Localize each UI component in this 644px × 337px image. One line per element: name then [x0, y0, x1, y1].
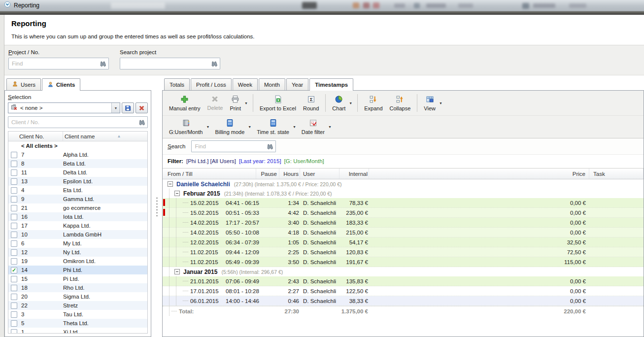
client-row[interactable]: 4Eta Ltd.: [8, 186, 147, 195]
checkbox-unchecked[interactable]: [11, 187, 17, 194]
collapse-expander-icon[interactable]: [174, 191, 180, 196]
date-filter-button[interactable]: 12Date filter: [298, 118, 328, 136]
client-row[interactable]: 17Kappa Ltd.: [8, 221, 147, 230]
client-row[interactable]: 21go ecommerce: [8, 203, 147, 212]
timestamps-search-input[interactable]: [192, 143, 265, 149]
client-no-column-header[interactable]: Client No.: [8, 132, 63, 141]
hours-column-header[interactable]: Hours: [279, 168, 300, 179]
price-column-header[interactable]: Price: [369, 168, 589, 179]
timestamp-row[interactable]: 14.02.201505:50 - 10:084:18D. Schaelchli…: [163, 228, 644, 237]
timestamp-row[interactable]: 17.01.201508:01 - 10:282:27D. Schaelchli…: [163, 286, 644, 296]
checkbox-unchecked[interactable]: [11, 311, 17, 318]
from-till-column-header[interactable]: From / Till: [163, 168, 256, 179]
user-group-row[interactable]: Danielle Schaelchli(27:30h) (Internal: 1…: [163, 179, 644, 189]
binoculars-icon[interactable]: [137, 119, 146, 126]
tab-profit-loss[interactable]: Profit / Loss: [191, 78, 232, 90]
timestamp-row[interactable]: 15.02.201500:51 - 05:334:42D. Schaelchli…: [163, 208, 644, 218]
client-row[interactable]: 12Ny Ltd.: [8, 248, 147, 257]
timestamp-row[interactable]: 11.02.201509:44 - 12:092:25D. Schaelchli…: [163, 247, 644, 257]
time-st-state-button[interactable]: Time st. state: [253, 118, 293, 136]
search-project-input[interactable]: [120, 61, 209, 67]
client-name-column-header[interactable]: Client name ▲: [63, 134, 147, 139]
checkbox-unchecked[interactable]: [11, 240, 17, 247]
checkbox-unchecked[interactable]: [11, 232, 17, 238]
checkbox-unchecked[interactable]: [11, 258, 17, 265]
checkbox-unchecked[interactable]: [11, 303, 17, 309]
collapse-expander-icon[interactable]: [168, 181, 173, 187]
task-column-header[interactable]: Task: [589, 168, 644, 179]
client-row[interactable]: 3Tau Ltd.: [8, 310, 147, 319]
checkbox-unchecked[interactable]: [11, 178, 17, 185]
client-row[interactable]: ✓14Phi Ltd.: [8, 266, 147, 274]
month-group-row[interactable]: Februar 2015(21:34h) (Internal: 1.078,33…: [163, 189, 644, 198]
dropdown-arrow-icon[interactable]: ▼: [248, 125, 251, 129]
checkbox-unchecked[interactable]: [11, 329, 17, 334]
tab-timestamps[interactable]: Timestamps: [309, 78, 353, 91]
client-row[interactable]: 5Theta Ltd.: [8, 319, 147, 328]
chart-button[interactable]: Chart: [329, 94, 349, 112]
client-row[interactable]: 22Stretz: [8, 301, 147, 310]
timestamp-row[interactable]: 12.02.201506:34 - 07:391:05D. Schaelchli…: [163, 237, 644, 247]
collapse-button[interactable]: Collapse: [386, 94, 414, 112]
tab-totals[interactable]: Totals: [164, 78, 190, 90]
timestamp-row[interactable]: 15.02.201504:41 - 06:151:34D. Schaelchli…: [163, 198, 644, 208]
tab-clients[interactable]: Clients: [42, 78, 80, 91]
client-row[interactable]: 9Gamma Ltd.: [8, 195, 147, 203]
client-row[interactable]: 20Sigma Ltd.: [8, 292, 147, 301]
checkbox-unchecked[interactable]: [11, 205, 17, 211]
checkbox-unchecked[interactable]: [11, 320, 17, 327]
client-row[interactable]: 10Lambda GmbH: [8, 230, 147, 239]
checkbox-unchecked[interactable]: [11, 294, 17, 300]
client-row[interactable]: 18Rho Ltd.: [8, 283, 147, 292]
client-row[interactable]: 13Epsilon Ltd.: [8, 177, 147, 186]
tab-month[interactable]: Month: [259, 78, 285, 90]
binoculars-icon[interactable]: [265, 143, 274, 150]
checkbox-unchecked[interactable]: [11, 152, 17, 158]
tab-year[interactable]: Year: [286, 78, 308, 90]
checkbox-unchecked[interactable]: [11, 161, 17, 167]
g-user-month-button[interactable]: G:User/Month: [166, 118, 206, 136]
client-row[interactable]: 15Pi Ltd.: [8, 274, 147, 283]
client-row[interactable]: 19Omikron Ltd.: [8, 257, 147, 266]
tab-week[interactable]: Week: [233, 78, 258, 90]
client-row[interactable]: 6My Ltd.: [8, 239, 147, 248]
dropdown-arrow-icon[interactable]: ▼: [439, 101, 442, 105]
billing-mode-button[interactable]: Billing mode: [211, 118, 248, 136]
client-row[interactable]: 11Delta Ltd.: [8, 168, 147, 177]
delete-selection-button[interactable]: [136, 102, 148, 113]
view-button[interactable]: View: [420, 94, 439, 112]
pause-column-header[interactable]: Pause: [256, 168, 279, 179]
internal-column-header[interactable]: Internal: [339, 168, 369, 179]
dropdown-arrow-icon[interactable]: ▼: [206, 125, 209, 129]
checkbox-checked[interactable]: ✓: [11, 267, 17, 273]
client-row[interactable]: 16Iota Ltd.: [8, 212, 147, 221]
dropdown-arrow-icon[interactable]: ▼: [293, 125, 296, 129]
binoculars-icon[interactable]: [98, 60, 107, 67]
print-button[interactable]: Print: [226, 94, 244, 112]
dropdown-arrow-icon[interactable]: ▼: [244, 101, 248, 105]
timestamp-row[interactable]: 14.02.201517:17 - 20:573:40D. Schaelchli…: [163, 218, 644, 228]
collapse-expander-icon[interactable]: [174, 269, 180, 274]
round-button[interactable]: ΣRound: [300, 94, 322, 112]
checkbox-unchecked[interactable]: [11, 223, 17, 229]
all-clients-row[interactable]: < All clients >: [8, 141, 147, 150]
panel-splitter[interactable]: [151, 78, 162, 337]
timestamp-row[interactable]: 11.02.201505:49 - 09:393:50D. Schaelchli…: [163, 257, 644, 267]
manual-entry-button[interactable]: Manual entry: [166, 94, 204, 112]
binoculars-icon[interactable]: [209, 60, 218, 67]
client-row[interactable]: 1Xi Ltd.: [8, 328, 147, 333]
checkbox-unchecked[interactable]: [11, 214, 17, 220]
save-selection-button[interactable]: [122, 102, 134, 113]
client-row[interactable]: 8Beta Ltd.: [8, 159, 147, 168]
dropdown-arrow-icon[interactable]: ▼: [328, 125, 332, 129]
export-to-excel-button[interactable]: XExport to Excel: [256, 94, 300, 112]
checkbox-unchecked[interactable]: [11, 196, 17, 202]
chevron-down-icon[interactable]: ▼: [111, 103, 120, 113]
client-filter-input[interactable]: [8, 119, 137, 125]
project-no-input[interactable]: [9, 61, 98, 67]
selection-combobox[interactable]: < none > ▼: [8, 102, 120, 113]
timestamp-row[interactable]: 06.01.201514:00 - 14:460:46D. Schaelchli…: [163, 296, 644, 306]
expand-button[interactable]: Expand: [361, 94, 386, 112]
dropdown-arrow-icon[interactable]: ▼: [349, 101, 352, 105]
month-group-row[interactable]: Januar 2015(5:56h) (Internal: 296,67 €): [163, 267, 644, 276]
